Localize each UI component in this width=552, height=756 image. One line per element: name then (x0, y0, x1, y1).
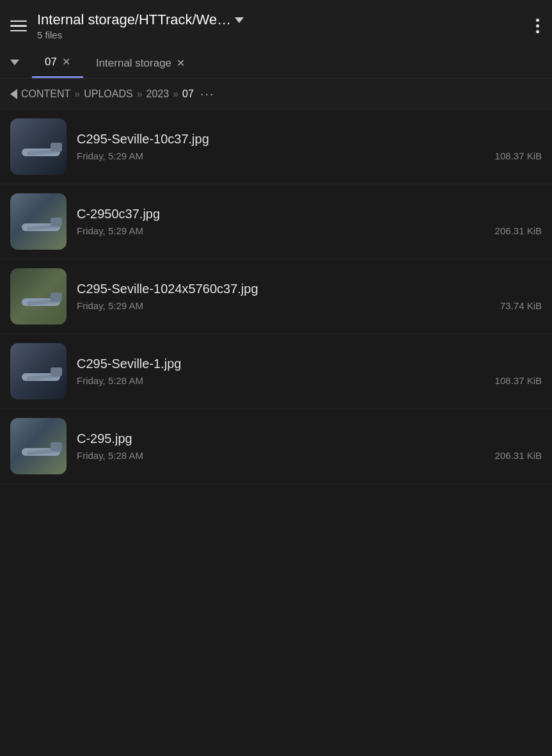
file-item[interactable]: C-295.jpg Friday, 5:28 AM 206.31 KiB (0, 409, 552, 484)
file-name: C295-Seville-1024x5760c37.jpg (77, 282, 542, 296)
file-size: 206.31 KiB (495, 450, 542, 461)
file-info: C295-Seville-10c37.jpg Friday, 5:29 AM 1… (77, 132, 542, 161)
file-size: 108.37 KiB (495, 375, 542, 386)
file-date: Friday, 5:29 AM (77, 300, 143, 311)
file-thumbnail (10, 343, 67, 399)
chevron-down-icon[interactable] (235, 17, 244, 23)
file-meta: Friday, 5:29 AM 108.37 KiB (77, 150, 542, 161)
breadcrumb-content[interactable]: CONTENT (21, 88, 70, 100)
hamburger-icon[interactable] (10, 20, 27, 32)
header-path-text: Internal storage/HTTrack/We… (37, 12, 231, 28)
file-info: C-295.jpg Friday, 5:28 AM 206.31 KiB (77, 431, 542, 461)
tab-07[interactable]: 07 ✕ (32, 47, 83, 78)
file-date: Friday, 5:28 AM (77, 375, 143, 386)
tab-internal-storage[interactable]: Internal storage ✕ (83, 48, 198, 77)
file-thumbnail (10, 418, 67, 474)
header-path: Internal storage/HTTrack/We… (37, 12, 523, 28)
file-item[interactable]: C-2950c37.jpg Friday, 5:29 AM 206.31 KiB (0, 184, 552, 259)
tab-label: Internal storage (96, 57, 171, 70)
breadcrumb-separator: » (173, 88, 178, 100)
file-meta: Friday, 5:29 AM 73.74 KiB (77, 300, 542, 311)
tabs-collapse-icon[interactable] (10, 60, 19, 65)
file-size: 108.37 KiB (495, 150, 542, 161)
file-thumbnail (10, 193, 67, 250)
file-thumbnail (10, 118, 67, 175)
file-name: C295-Seville-10c37.jpg (77, 132, 542, 147)
file-list: C295-Seville-10c37.jpg Friday, 5:29 AM 1… (0, 109, 552, 484)
file-info: C295-Seville-1024x5760c37.jpg Friday, 5:… (77, 282, 542, 311)
breadcrumb: CONTENT » UPLOADS » 2023 » 07 ··· (0, 79, 552, 109)
more-options-icon[interactable] (533, 16, 542, 36)
breadcrumb-back-icon[interactable] (10, 89, 17, 99)
breadcrumb-07[interactable]: 07 (182, 88, 194, 100)
file-item[interactable]: C295-Seville-10c37.jpg Friday, 5:29 AM 1… (0, 109, 552, 184)
tab-close-icon[interactable]: ✕ (177, 58, 185, 68)
file-item[interactable]: C295-Seville-1.jpg Friday, 5:28 AM 108.3… (0, 334, 552, 409)
app-header: Internal storage/HTTrack/We… 5 files (0, 0, 552, 47)
tab-close-icon[interactable]: ✕ (62, 57, 70, 67)
file-name: C295-Seville-1.jpg (77, 357, 542, 371)
breadcrumb-2023[interactable]: 2023 (146, 88, 170, 100)
tabs-bar: 07 ✕ Internal storage ✕ (0, 47, 552, 79)
file-name: C-295.jpg (77, 431, 542, 446)
breadcrumb-separator: » (137, 88, 143, 100)
header-subtitle: 5 files (37, 29, 523, 40)
file-thumbnail (10, 268, 67, 325)
file-info: C295-Seville-1.jpg Friday, 5:28 AM 108.3… (77, 357, 542, 386)
breadcrumb-more-icon[interactable]: ··· (200, 86, 215, 101)
file-name: C-2950c37.jpg (77, 207, 542, 221)
file-item[interactable]: C295-Seville-1024x5760c37.jpg Friday, 5:… (0, 259, 552, 334)
file-meta: Friday, 5:29 AM 206.31 KiB (77, 225, 542, 236)
file-meta: Friday, 5:28 AM 108.37 KiB (77, 375, 542, 386)
file-info: C-2950c37.jpg Friday, 5:29 AM 206.31 KiB (77, 207, 542, 236)
file-date: Friday, 5:29 AM (77, 225, 143, 236)
breadcrumb-uploads[interactable]: UPLOADS (84, 88, 132, 100)
tabs-list: 07 ✕ Internal storage ✕ (32, 47, 542, 78)
file-size: 73.74 KiB (500, 300, 542, 311)
file-date: Friday, 5:29 AM (77, 150, 143, 161)
file-meta: Friday, 5:28 AM 206.31 KiB (77, 450, 542, 461)
file-size: 206.31 KiB (495, 225, 542, 236)
file-date: Friday, 5:28 AM (77, 450, 143, 461)
header-title-area: Internal storage/HTTrack/We… 5 files (37, 12, 523, 40)
breadcrumb-separator: » (74, 88, 80, 100)
tab-label: 07 (45, 56, 57, 68)
